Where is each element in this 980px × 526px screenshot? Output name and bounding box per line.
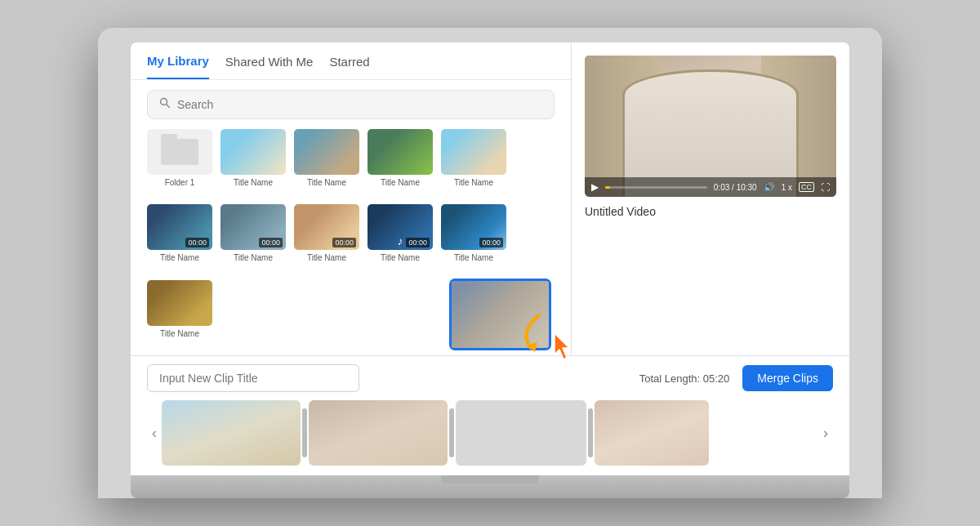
- volume-icon[interactable]: 🔊: [764, 182, 775, 193]
- total-length-label: Total Length: 05:20: [639, 372, 730, 385]
- media-thumb: [294, 129, 359, 175]
- media-label: Folder 1: [147, 178, 212, 187]
- list-item[interactable]: Title Name: [441, 129, 506, 196]
- list-item[interactable]: 00:00 Title Name: [147, 204, 212, 271]
- list-item[interactable]: Title Name: [220, 129, 286, 196]
- media-label: Title Name: [294, 178, 359, 187]
- timeline-prev[interactable]: ‹: [147, 425, 162, 442]
- search-container: [131, 80, 571, 129]
- play-button[interactable]: ▶: [591, 181, 599, 193]
- search-box[interactable]: [147, 90, 555, 119]
- folder-icon: [161, 139, 198, 165]
- media-label: Title Name: [441, 253, 506, 262]
- bottom-section: Total Length: 05:20 Merge Clips ‹: [131, 355, 849, 475]
- duration-badge: 00:00: [479, 238, 503, 247]
- list-item[interactable]: Folder 1: [147, 129, 212, 196]
- progress-fill: [605, 186, 610, 189]
- clip-title-bar: Total Length: 05:20 Merge Clips: [131, 356, 849, 400]
- media-thumb: 00:00: [294, 204, 359, 250]
- list-item[interactable]: 00:00 ♪ Title Name: [368, 204, 433, 271]
- svg-line-1: [167, 105, 170, 108]
- video-player[interactable]: ▶ 0:03 / 10:30 🔊 1 x CC ⛶: [585, 56, 836, 197]
- duration-badge: 00:00: [185, 238, 209, 247]
- media-label: Title Name: [147, 253, 212, 262]
- list-item[interactable]: Title Name: [294, 129, 359, 196]
- clip-separator: [449, 408, 454, 457]
- media-label: Title Name: [294, 253, 359, 262]
- media-label: Title Name: [368, 178, 433, 187]
- media-thumb: [441, 129, 506, 175]
- list-item[interactable]: Title Name: [147, 280, 212, 347]
- timeline-clip[interactable]: [595, 400, 709, 466]
- tab-shared-with-me[interactable]: Shared With Me: [225, 55, 314, 78]
- time-display: 0:03 / 10:30: [714, 183, 757, 192]
- tab-my-library[interactable]: My Library: [147, 54, 209, 79]
- media-grid: Folder 1 Title Name Title Name: [131, 129, 571, 355]
- video-preview: [585, 56, 836, 197]
- right-controls: Total Length: 05:20 Merge Clips: [639, 365, 833, 391]
- media-label: Title Name: [368, 253, 433, 262]
- speed-label[interactable]: 1 x: [782, 183, 792, 192]
- media-thumb: [220, 129, 286, 175]
- list-item[interactable]: 00:00 Title Name: [294, 204, 359, 271]
- left-panel: My Library Shared With Me Starred: [131, 42, 572, 355]
- clip-separator: [588, 408, 593, 457]
- media-label: Title Name: [220, 253, 286, 262]
- list-item[interactable]: Title Name: [368, 129, 433, 196]
- list-item[interactable]: 00:00 Title Name: [220, 204, 286, 271]
- media-thumb: 00:00: [441, 204, 506, 250]
- duration-badge: 00:00: [406, 238, 430, 247]
- clip-title-input[interactable]: [147, 364, 359, 392]
- audio-icon: ♪: [398, 234, 403, 247]
- duration-badge: 00:00: [332, 238, 356, 247]
- timeline-clip[interactable]: [162, 400, 301, 466]
- tab-bar: My Library Shared With Me Starred: [131, 42, 571, 80]
- fullscreen-button[interactable]: ⛶: [821, 182, 830, 192]
- timeline-next[interactable]: ›: [818, 425, 833, 442]
- media-thumb: 00:00: [147, 204, 212, 250]
- clip-separator: [302, 408, 307, 457]
- cc-button[interactable]: CC: [799, 182, 814, 192]
- video-controls: ▶ 0:03 / 10:30 🔊 1 x CC ⛶: [585, 177, 836, 197]
- media-thumb: [147, 280, 212, 326]
- search-icon: [159, 97, 171, 112]
- media-thumb: 00:00 ♪: [368, 204, 433, 250]
- folder-thumb: [147, 129, 212, 175]
- right-panel: ▶ 0:03 / 10:30 🔊 1 x CC ⛶: [572, 42, 849, 355]
- media-label: Title Name: [147, 329, 212, 338]
- duration-badge: 00:00: [259, 238, 283, 247]
- progress-bar[interactable]: [605, 186, 707, 189]
- timeline: ‹: [131, 400, 849, 475]
- search-input[interactable]: [177, 98, 542, 111]
- tab-starred[interactable]: Starred: [329, 55, 369, 78]
- drop-zone[interactable]: [456, 400, 586, 466]
- timeline-clip[interactable]: [309, 400, 448, 466]
- media-label: Title Name: [220, 178, 286, 187]
- media-label: Title Name: [441, 178, 506, 187]
- list-item[interactable]: 00:00 Title Name: [441, 204, 506, 271]
- media-thumb: [368, 129, 433, 175]
- merge-clips-button[interactable]: Merge Clips: [742, 365, 833, 391]
- media-thumb: 00:00: [220, 204, 286, 250]
- timeline-clips: [162, 400, 818, 466]
- video-title: Untitled Video: [585, 205, 836, 218]
